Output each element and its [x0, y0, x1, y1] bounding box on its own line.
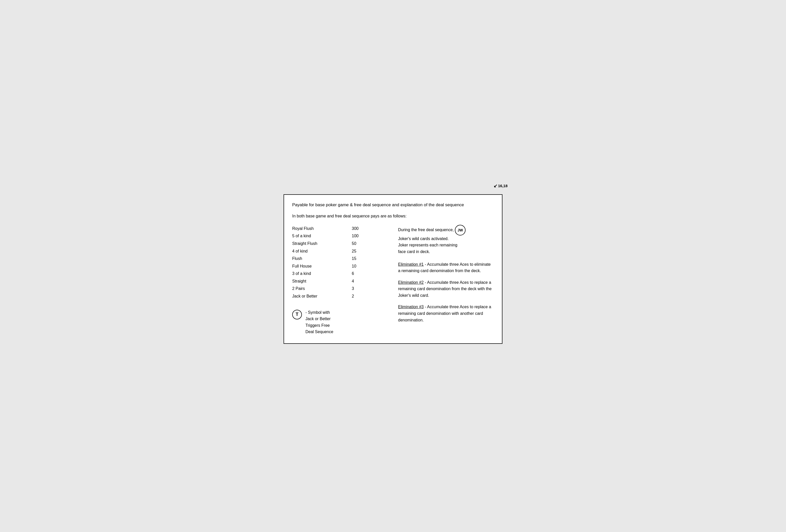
trigger-line4: Deal Sequence: [305, 330, 333, 334]
joker-line4: face card in deck.: [398, 249, 430, 254]
corner-label: ↙ 16,18: [493, 183, 508, 189]
elimination-1: Elimination #1 - Accumulate three Aces t…: [398, 261, 494, 274]
page-title: Payable for base poker game & free deal …: [292, 202, 494, 208]
trigger-section: T - Symbol with Jack or Better Triggers …: [292, 309, 388, 335]
corner-arrow: ↙: [493, 183, 498, 189]
elimination-2: Elimination #2 - Accumulate three Aces t…: [398, 279, 494, 299]
elimination-2-title: Elimination #2: [398, 280, 424, 285]
pay-value-0: 300: [352, 225, 388, 233]
trigger-symbol: T: [292, 310, 302, 319]
pay-value-5: 10: [352, 262, 388, 270]
pay-table: Royal Flush3005 of a kind100Straight Flu…: [292, 225, 388, 300]
pay-hand-2: Straight Flush: [292, 240, 352, 247]
pay-hand-9: Jack or Better: [292, 292, 352, 300]
pay-hand-8: 2 Pairs: [292, 285, 352, 292]
left-column: Royal Flush3005 of a kind100Straight Flu…: [292, 225, 388, 335]
trigger-line3: Triggers Free: [305, 323, 330, 328]
elimination-3-text: Elimination #3 - Accumulate three Aces t…: [398, 304, 494, 323]
joker-prefix: During the free deal sequence,: [398, 227, 454, 232]
joker-line3: Joker represents each remaining: [398, 243, 457, 247]
content-grid: Royal Flush3005 of a kind100Straight Flu…: [292, 225, 494, 335]
joker-section: During the free deal sequence, JW Joker'…: [398, 225, 494, 255]
elimination-2-text: Elimination #2 - Accumulate three Aces t…: [398, 279, 494, 299]
corner-number: 16,18: [498, 184, 508, 188]
pay-value-1: 100: [352, 232, 388, 240]
right-column: During the free deal sequence, JW Joker'…: [398, 225, 494, 335]
joker-line2: Joker's wild cards activated.: [398, 237, 449, 241]
pay-hand-1: 5 of a kind: [292, 232, 352, 240]
trigger-line2: Jack or Better: [305, 317, 331, 321]
elimination-3-title: Elimination #3: [398, 305, 424, 309]
trigger-text: - Symbol with Jack or Better Triggers Fr…: [305, 309, 333, 335]
intro-text: In both base game and free deal sequence…: [292, 213, 494, 219]
pay-hand-6: 3 of a kind: [292, 270, 352, 277]
pay-hand-3: 4 of kind: [292, 247, 352, 255]
elimination-3: Elimination #3 - Accumulate three Aces t…: [398, 304, 494, 323]
pay-value-3: 25: [352, 247, 388, 255]
main-box: Payable for base poker game & free deal …: [283, 194, 503, 344]
pay-value-8: 3: [352, 285, 388, 292]
elimination-1-title: Elimination #1: [398, 262, 424, 267]
trigger-line1: - Symbol with: [305, 310, 330, 315]
pay-value-6: 6: [352, 270, 388, 277]
pay-hand-0: Royal Flush: [292, 225, 352, 233]
pay-hand-5: Full House: [292, 262, 352, 270]
pay-value-9: 2: [352, 292, 388, 300]
joker-symbol: JW: [455, 225, 465, 236]
pay-value-4: 15: [352, 255, 388, 262]
joker-text: During the free deal sequence, JW Joker'…: [398, 225, 465, 255]
pay-value-2: 50: [352, 240, 388, 247]
elimination-1-text: Elimination #1 - Accumulate three Aces t…: [398, 261, 494, 274]
pay-hand-7: Straight: [292, 277, 352, 285]
pay-value-7: 4: [352, 277, 388, 285]
pay-hand-4: Flush: [292, 255, 352, 262]
page-wrapper: ↙ 16,18 Payable for base poker game & fr…: [278, 183, 508, 349]
